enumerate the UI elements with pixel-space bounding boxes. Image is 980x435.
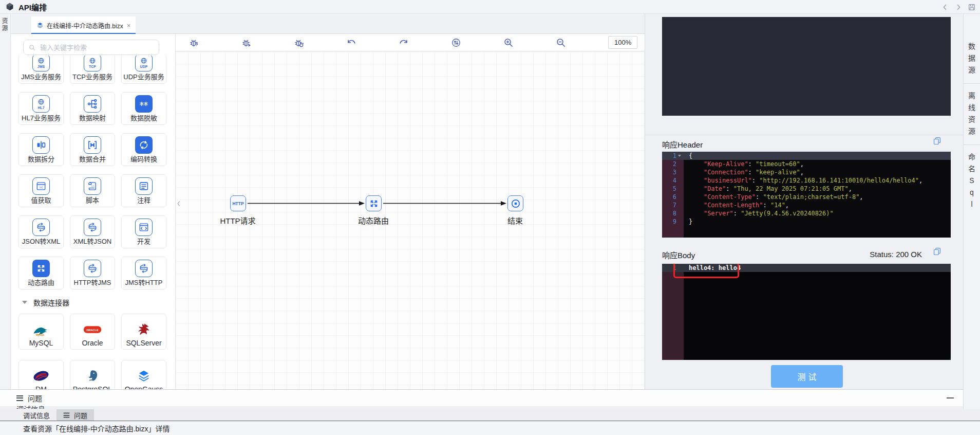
api-orchestration-app: API编排 资源 在线编排-中介动态路由.bizx × JMSJMS业务服务TC… <box>0 0 980 435</box>
collapse-palette-icon[interactable] <box>176 196 183 211</box>
code-line: 2 "Keep-Alive": "timeout=60", <box>662 160 951 168</box>
encoding-convert-icon <box>135 136 153 154</box>
nav-forward-icon[interactable] <box>954 3 963 11</box>
redo-icon[interactable] <box>399 38 409 48</box>
palette-item-label: 编码转换 <box>130 156 157 163</box>
problems-header-bar[interactable]: 问题 <box>0 389 963 406</box>
palette-item-tcp-service[interactable]: TCPTCP业务服务 <box>70 56 115 84</box>
data-merge-icon <box>84 136 101 154</box>
palette-item-dynamic-route[interactable]: 动态路由 <box>18 257 64 289</box>
palette-scroll-area[interactable]: JMSJMS业务服务TCPTCP业务服务UDPUDP业务服务HL7HL7业务服务… <box>11 56 175 389</box>
connector-item-dm[interactable]: DM <box>18 360 64 389</box>
node-end-label: 结束 <box>484 215 546 226</box>
code-line: 5 "Date": "Thu, 22 May 2025 07:21:05 GMT… <box>662 185 951 193</box>
bottom-tab-1[interactable]: 问题 <box>56 409 94 421</box>
flow-canvas[interactable]: HTTP HTTP请求 动态路由 结束 <box>176 51 645 389</box>
response-body-editor[interactable]: 1 hello4: hello4 <box>662 264 951 360</box>
copy-header-icon[interactable] <box>933 136 941 145</box>
panel-divider <box>645 135 964 135</box>
palette-item-data-split[interactable]: 数据拆分 <box>18 133 64 166</box>
palette-search[interactable] <box>23 40 159 55</box>
palette-item-comment[interactable]: 注释 <box>121 174 166 207</box>
palette-item-json-to-xml[interactable]: Json-XMLJSON转XML <box>18 215 64 248</box>
palette-item-label: 数据拆分 <box>28 156 54 163</box>
palette-item-xml-to-json[interactable]: XML-JsonXML转JSON <box>70 215 115 248</box>
right-rail-tab-1[interactable]: 离线资源 <box>964 84 980 145</box>
zoom-out-icon[interactable] <box>556 38 566 48</box>
connector-item-mysql[interactable]: MySQLMySQL <box>18 314 64 350</box>
editor-gutter <box>662 264 684 360</box>
palette-item-label: JMS业务服务 <box>21 74 61 81</box>
left-rail-tab-resources[interactable]: 资源 <box>0 17 10 32</box>
palette-item-label: HL7业务服务 <box>22 115 61 122</box>
debug-restart-icon[interactable] <box>294 38 304 48</box>
svg-text:(x): (x) <box>40 186 43 189</box>
bottom-tab-0[interactable]: 调试信息 <box>16 409 56 421</box>
connector-item-oracle[interactable]: ORACLEOracle <box>70 314 115 350</box>
right-rail-tab-0[interactable]: 数据源 <box>964 34 980 84</box>
close-tab-icon[interactable]: × <box>127 22 131 29</box>
nav-back-icon[interactable] <box>941 3 949 11</box>
hl7-service-icon: HL7 <box>32 95 50 113</box>
script-icon: </> <box>84 177 101 195</box>
palette-item-value-get[interactable]: (x)值获取 <box>18 174 64 207</box>
mysql-logo-icon: MySQL <box>31 322 51 337</box>
clipped-panel-text: 调试信息 <box>16 406 78 409</box>
palette-item-label: 注释 <box>137 197 150 204</box>
palette-item-data-merge[interactable]: 数据合并 <box>70 133 115 166</box>
palette-item-data-masking[interactable]: 数据脱敏 <box>121 92 166 125</box>
palette-item-udp-service[interactable]: UDPUDP业务服务 <box>121 56 166 84</box>
palette-item-hl7-service[interactable]: HL7HL7业务服务 <box>18 92 64 125</box>
response-body-title: 响应Body <box>662 249 695 260</box>
palette-item-label: 动态路由 <box>28 279 54 286</box>
sqlserver-logo-icon <box>134 322 154 337</box>
code-line: 9} <box>662 218 951 226</box>
section-data-connectors[interactable]: 数据连接器 <box>22 297 175 307</box>
json-to-xml-icon: Json-XML <box>32 219 50 236</box>
save-icon[interactable] <box>968 3 976 11</box>
opengauss-logo-icon <box>134 368 154 384</box>
code-line: 6 "Content-Type": "text/plain;charset=ut… <box>662 193 951 201</box>
debug-run-icon[interactable] <box>189 38 199 48</box>
palette-item-data-mapping[interactable]: 数据映射 <box>70 92 115 125</box>
palette-item-develop[interactable]: 开发 <box>121 215 166 248</box>
swap-direction-icon[interactable] <box>451 38 461 48</box>
palette-item-label: 值获取 <box>31 197 51 204</box>
node-dynamic-route-label: 动态路由 <box>343 215 404 226</box>
svg-text:XML-Json: XML-Json <box>89 226 96 228</box>
copy-body-icon[interactable] <box>933 247 941 256</box>
connector-item-label: SQLServer <box>126 339 161 347</box>
undo-icon[interactable] <box>346 38 356 48</box>
search-input[interactable] <box>39 43 154 52</box>
section-label: 数据连接器 <box>33 297 69 307</box>
component-palette: JMSJMS业务服务TCPTCP业务服务UDPUDP业务服务HL7HL7业务服务… <box>11 34 176 389</box>
response-header-editor[interactable]: 1{2 "Keep-Alive": "timeout=60",3 "Connec… <box>662 152 951 238</box>
bizx-file-icon <box>36 22 44 29</box>
test-button[interactable]: 测试 <box>771 365 843 388</box>
node-http-request[interactable]: HTTP <box>230 195 246 211</box>
canvas-toolbar: 100% <box>176 34 645 51</box>
connector-item-sqlserver[interactable]: SQLServer <box>121 314 166 350</box>
palette-item-jms-to-http[interactable]: JMS-HTTPJMS转HTTP <box>121 257 166 289</box>
zoom-in-icon[interactable] <box>503 38 514 48</box>
palette-item-script[interactable]: </>脚本 <box>70 174 115 207</box>
file-tab-active[interactable]: 在线编排-中介动态路由.bizx × <box>31 16 136 34</box>
connector-item-opengauss[interactable]: OpenGauss <box>121 360 166 389</box>
node-end[interactable] <box>507 195 523 211</box>
code-line: 8 "Server": "Jetty(9.4.56.v20240826)" <box>662 209 951 218</box>
connector-item-label: PostgreSQL <box>73 386 112 389</box>
code-line: 3 "Connection": "keep-alive", <box>662 168 951 176</box>
dm-logo-icon <box>31 368 51 384</box>
palette-item-jms-service[interactable]: JMSJMS业务服务 <box>18 56 64 84</box>
minimize-panel-icon[interactable] <box>947 397 954 398</box>
right-rail-tab-2[interactable]: 命名Sql <box>964 145 980 218</box>
palette-item-http-to-jms[interactable]: HTTP-JMSHTTP转JMS <box>70 257 115 289</box>
node-http-request-label: HTTP请求 <box>207 215 269 226</box>
request-editor-scrolled[interactable] <box>662 17 951 116</box>
file-tab-label: 在线编排-中介动态路由.bizx <box>47 21 123 30</box>
node-dynamic-route[interactable] <box>366 195 382 211</box>
zoom-level-display[interactable]: 100% <box>608 36 637 49</box>
debug-step-icon[interactable] <box>241 38 252 48</box>
connector-item-postgresql[interactable]: PostgreSQL <box>70 360 115 389</box>
palette-item-encoding-convert[interactable]: 编码转换 <box>121 133 166 166</box>
